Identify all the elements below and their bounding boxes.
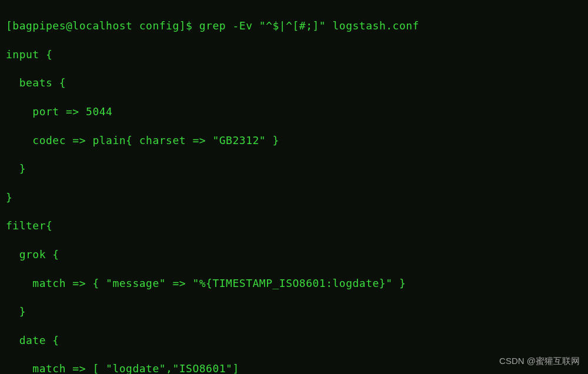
watermark-text: CSDN @蜜獾互联网 [499, 356, 580, 367]
output-line: beats { [6, 76, 582, 90]
output-line: filter{ [6, 219, 582, 233]
output-line: } [6, 162, 582, 176]
output-line: match => { "message" => "%{TIMESTAMP_ISO… [6, 276, 582, 290]
output-line: } [6, 191, 582, 205]
output-line: input { [6, 48, 582, 62]
output-line: port => 5044 [6, 105, 582, 119]
shell-prompt: [bagpipes@localhost config]$ [6, 19, 199, 32]
command-text: grep -Ev "^$|^[#;]" logstash.conf [199, 19, 419, 32]
output-line: codec => plain{ charset => "GB2312" } [6, 133, 582, 148]
prompt-line-1: [bagpipes@localhost config]$ grep -Ev "^… [6, 19, 582, 33]
output-line: grok { [6, 248, 582, 262]
output-line: match => [ "logdate","ISO8601"] [6, 362, 582, 374]
terminal-window[interactable]: [bagpipes@localhost config]$ grep -Ev "^… [6, 5, 582, 374]
output-line: date { [6, 333, 582, 348]
output-line: } [6, 305, 582, 319]
